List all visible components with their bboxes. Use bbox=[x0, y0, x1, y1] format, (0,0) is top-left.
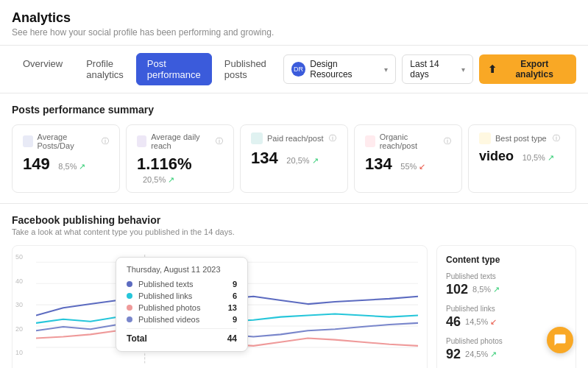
tooltip-row-texts: Published texts 9 bbox=[127, 280, 237, 289]
card-avg-posts-day: Average Posts/Day ⓘ 149 8,5% ↗ bbox=[12, 124, 120, 193]
tooltip-date: Thursday, August 11 2023 bbox=[127, 265, 237, 274]
chart-tooltip: Thursday, August 11 2023 Published texts… bbox=[116, 257, 248, 352]
app-container: Analytics See here how your social profi… bbox=[0, 0, 588, 368]
card-change-avg-reach: 20,5% ↗ bbox=[143, 175, 174, 184]
tab-post-performance[interactable]: Post performance bbox=[136, 53, 212, 85]
tooltip-label-photos: Published photos bbox=[138, 303, 222, 312]
nav-controls: DR Design Resources ▾ Last 14 days ▾ ⬆ E… bbox=[283, 54, 576, 84]
tooltip-total: Total 44 bbox=[127, 328, 237, 344]
panel-value-photos: 92 bbox=[446, 347, 461, 362]
card-icon-paid-reach bbox=[251, 132, 263, 144]
panel-label-links: Published links bbox=[446, 305, 567, 313]
behavior-section: Facebook publishing behavior Take a look… bbox=[0, 204, 588, 368]
card-value-organic-reach: 134 bbox=[365, 155, 392, 174]
panel-item-texts: Published texts 102 8,5% ↗ bbox=[446, 272, 567, 297]
info-icon-paid-reach[interactable]: ⓘ bbox=[329, 133, 336, 144]
tab-overview[interactable]: Overview bbox=[12, 53, 74, 85]
card-value-avg-reach: 1.116% bbox=[137, 155, 192, 174]
info-icon-avg-posts[interactable]: ⓘ bbox=[102, 136, 109, 146]
export-button[interactable]: ⬆ Export analytics bbox=[479, 54, 576, 84]
info-icon-avg-reach[interactable]: ⓘ bbox=[216, 136, 223, 146]
panel-value-texts: 102 bbox=[446, 282, 468, 297]
card-paid-reach: Paid reach/post ⓘ 134 20,5% ↗ bbox=[240, 124, 348, 193]
panel-pct-texts: 8,5% ↗ bbox=[472, 285, 500, 294]
chart-container: 50 40 30 20 10 bbox=[12, 245, 428, 368]
card-change-paid-reach: 20,5% ↗ bbox=[286, 156, 318, 165]
tooltip-row-photos: Published photos 13 bbox=[127, 303, 237, 312]
card-label-avg-posts: Average Posts/Day bbox=[38, 132, 96, 150]
page-subtitle: See here how your social profile has bee… bbox=[12, 27, 576, 38]
tooltip-dot-videos bbox=[127, 316, 132, 322]
card-label-best-post: Best post type bbox=[495, 134, 547, 143]
tooltip-val-texts: 9 bbox=[233, 280, 237, 289]
page-title: Analytics bbox=[12, 10, 576, 26]
export-label: Export analytics bbox=[501, 59, 567, 79]
summary-title: Posts performance summary bbox=[12, 104, 576, 116]
profile-selector[interactable]: DR Design Resources ▾ bbox=[283, 54, 396, 84]
chat-icon bbox=[553, 333, 567, 347]
card-value-avg-posts: 149 bbox=[23, 155, 50, 174]
card-label-avg-reach: Average daily reach bbox=[151, 132, 210, 150]
behavior-content: 50 40 30 20 10 bbox=[12, 245, 576, 368]
info-icon-best-post[interactable]: ⓘ bbox=[553, 133, 560, 144]
card-avg-daily-reach: Average daily reach ⓘ 1.116% 20,5% ↗ bbox=[126, 124, 234, 193]
tooltip-label-links: Published links bbox=[138, 291, 227, 300]
tooltip-total-label: Total bbox=[127, 333, 147, 344]
behavior-title: Facebook publishing behavior bbox=[12, 214, 576, 226]
card-icon-best-post bbox=[479, 132, 491, 144]
card-value-paid-reach: 134 bbox=[251, 149, 278, 168]
card-organic-reach: Organic reach/post ⓘ 134 55% ↙ bbox=[354, 124, 462, 193]
tooltip-label-texts: Published texts bbox=[138, 280, 227, 289]
tooltip-val-links: 6 bbox=[233, 291, 237, 300]
y-label-10: 10 bbox=[15, 349, 23, 356]
tooltip-val-videos: 9 bbox=[233, 315, 237, 324]
profile-avatar: DR bbox=[291, 62, 305, 77]
tooltip-dot-links bbox=[127, 293, 132, 299]
top-nav: Overview Profile analytics Post performa… bbox=[0, 46, 588, 93]
tooltip-dot-texts bbox=[127, 281, 132, 287]
card-value-best-post: video bbox=[479, 149, 514, 164]
card-change-organic-reach: 55% ↙ bbox=[400, 162, 425, 171]
summary-cards: Average Posts/Day ⓘ 149 8,5% ↗ Average d… bbox=[12, 124, 576, 193]
card-label-paid-reach: Paid reach/post bbox=[267, 134, 323, 143]
tooltip-val-photos: 13 bbox=[228, 303, 237, 312]
panel-title: Content type bbox=[446, 255, 567, 265]
date-range-label: Last 14 days bbox=[410, 59, 458, 79]
tooltip-row-videos: Published videos 9 bbox=[127, 315, 237, 324]
card-icon-avg-posts bbox=[23, 135, 33, 147]
page-header: Analytics See here how your social profi… bbox=[0, 0, 588, 46]
panel-pct-photos: 24,5% ↗ bbox=[465, 350, 497, 359]
tooltip-dot-photos bbox=[127, 305, 132, 311]
behavior-subtitle: Take a look at what content type you pub… bbox=[12, 227, 576, 236]
card-icon-organic-reach bbox=[365, 135, 375, 147]
date-chevron-icon: ▾ bbox=[461, 66, 465, 74]
y-label-40: 40 bbox=[15, 277, 23, 285]
panel-value-links: 46 bbox=[446, 314, 461, 330]
profile-label: Design Resources bbox=[310, 59, 380, 79]
chat-bubble[interactable] bbox=[547, 327, 573, 353]
panel-item-links: Published links 46 14,5% ↙ bbox=[446, 305, 567, 330]
nav-tabs: Overview Profile analytics Post performa… bbox=[12, 53, 277, 85]
card-icon-avg-reach bbox=[137, 135, 146, 147]
tooltip-row-links: Published links 6 bbox=[127, 291, 237, 300]
y-label-30: 30 bbox=[15, 301, 23, 308]
panel-pct-links: 14,5% ↙ bbox=[465, 317, 497, 327]
date-selector[interactable]: Last 14 days ▾ bbox=[402, 54, 473, 84]
tooltip-label-videos: Published videos bbox=[138, 315, 227, 324]
y-label-50: 50 bbox=[15, 253, 23, 261]
card-change-avg-posts: 8,5% ↗ bbox=[58, 162, 85, 171]
chevron-down-icon: ▾ bbox=[384, 66, 388, 74]
card-best-post-type: Best post type ⓘ video 10,5% ↗ bbox=[468, 124, 576, 193]
summary-section: Posts performance summary Average Posts/… bbox=[0, 93, 588, 204]
panel-label-texts: Published texts bbox=[446, 272, 567, 280]
tab-published-posts[interactable]: Published posts bbox=[213, 53, 277, 85]
card-label-organic-reach: Organic reach/post bbox=[380, 132, 438, 150]
tooltip-total-value: 44 bbox=[227, 333, 237, 344]
y-label-20: 20 bbox=[15, 325, 23, 333]
info-icon-organic-reach[interactable]: ⓘ bbox=[444, 136, 451, 146]
export-icon: ⬆ bbox=[488, 63, 497, 75]
tab-profile-analytics[interactable]: Profile analytics bbox=[75, 53, 135, 85]
card-change-best-post: 10,5% ↗ bbox=[523, 153, 554, 162]
